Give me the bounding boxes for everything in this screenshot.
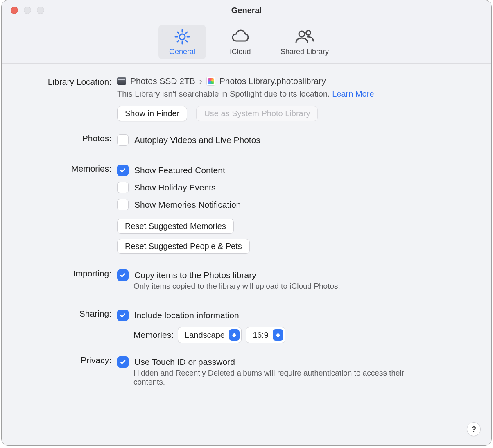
aspect-select[interactable]: 16:9 — [246, 327, 285, 343]
updown-chevron-icon — [273, 329, 283, 341]
show-holiday-label: Show Holiday Events — [134, 183, 215, 192]
importing-section-label: Importing: — [22, 268, 117, 278]
preferences-toolbar: General iCloud Shared Library — [2, 20, 491, 64]
sharing-section-label: Sharing: — [22, 308, 117, 319]
privacy-note: Hidden and Recently Deleted albums will … — [133, 369, 428, 387]
learn-more-link[interactable]: Learn More — [332, 89, 374, 98]
minimize-window-button[interactable] — [24, 7, 31, 14]
autoplay-label: Autoplay Videos and Live Photos — [134, 135, 260, 145]
tab-icloud[interactable]: iCloud — [217, 25, 264, 59]
show-notification-checkbox[interactable] — [117, 199, 129, 210]
window-controls — [11, 7, 44, 14]
photos-library-icon — [206, 77, 215, 86]
svg-point-10 — [306, 30, 310, 35]
cloud-icon — [231, 29, 250, 45]
use-as-system-library-button: Use as System Photo Library — [196, 106, 318, 121]
tab-shared-library[interactable]: Shared Library — [275, 25, 335, 59]
touchid-checkbox[interactable] — [117, 356, 129, 368]
photos-section-label: Photos: — [22, 133, 117, 143]
include-location-label: Include location information — [134, 310, 239, 320]
chevron-right-icon: › — [199, 76, 202, 86]
library-location-path: Photos SSD 2TB › Photos Library.photosli… — [117, 76, 471, 86]
autoplay-checkbox[interactable] — [117, 134, 129, 146]
drive-icon — [117, 77, 126, 85]
privacy-section-label: Privacy: — [22, 355, 117, 365]
titlebar: General — [2, 0, 491, 20]
svg-line-7 — [185, 32, 187, 34]
library-location-label: Library Location: — [22, 76, 117, 87]
show-holiday-checkbox[interactable] — [117, 182, 129, 193]
reset-memories-button[interactable]: Reset Suggested Memories — [117, 219, 234, 234]
svg-line-5 — [177, 32, 179, 34]
updown-chevron-icon — [229, 329, 240, 341]
show-featured-checkbox[interactable] — [117, 165, 129, 176]
memories-section-label: Memories: — [22, 163, 117, 174]
library-spotlight-note: This Library isn't searchable in Spotlig… — [117, 89, 471, 99]
importing-note: Only items copied to the library will up… — [133, 282, 428, 291]
show-featured-label: Show Featured Content — [134, 165, 225, 175]
show-in-finder-button[interactable]: Show in Finder — [117, 106, 187, 121]
library-volume-name: Photos SSD 2TB — [130, 76, 195, 86]
zoom-window-button[interactable] — [37, 7, 44, 14]
tab-general-label: General — [169, 48, 195, 56]
include-location-checkbox[interactable] — [117, 310, 129, 321]
tab-icloud-label: iCloud — [230, 48, 251, 56]
show-notification-label: Show Memories Notification — [134, 200, 241, 210]
orientation-value: Landscape — [185, 330, 225, 340]
close-window-button[interactable] — [11, 7, 18, 14]
gear-icon — [174, 29, 190, 45]
window-title: General — [2, 6, 491, 15]
tab-shared-label: Shared Library — [280, 48, 329, 56]
orientation-select[interactable]: Landscape — [178, 327, 242, 343]
svg-point-9 — [299, 31, 305, 37]
tab-general[interactable]: General — [158, 25, 206, 59]
reset-people-button[interactable]: Reset Suggested People & Pets — [117, 239, 250, 254]
preferences-window: General General — [1, 0, 492, 446]
svg-line-6 — [185, 40, 187, 42]
library-file-name: Photos Library.photoslibrary — [219, 76, 326, 86]
help-button[interactable]: ? — [467, 422, 481, 436]
copy-items-checkbox[interactable] — [117, 269, 129, 281]
svg-line-8 — [177, 40, 179, 42]
touchid-label: Use Touch ID or password — [134, 357, 235, 367]
aspect-value: 16:9 — [253, 330, 269, 340]
people-icon — [294, 29, 315, 45]
content-pane: Library Location: Photos SSD 2TB › Photo… — [2, 64, 491, 445]
memories-format-label: Memories: — [133, 330, 174, 340]
copy-items-label: Copy items to the Photos library — [134, 270, 256, 280]
svg-point-0 — [179, 34, 185, 40]
